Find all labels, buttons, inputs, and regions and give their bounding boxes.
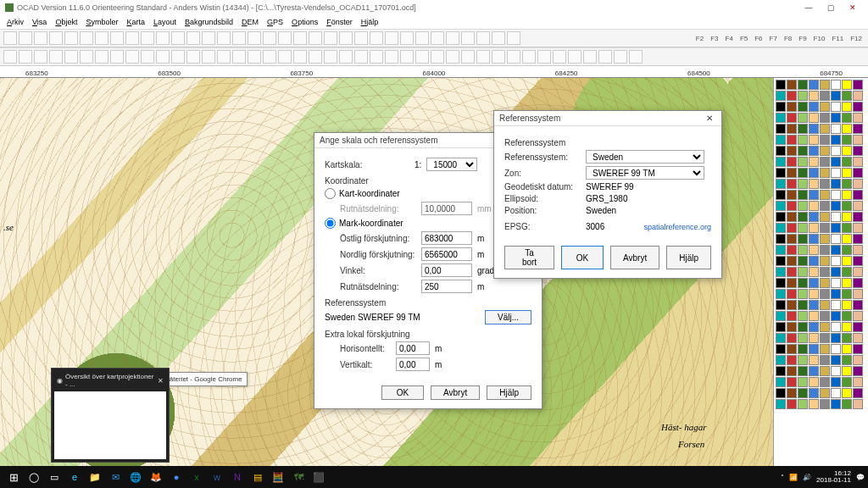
tool-btn-11[interactable] — [171, 31, 185, 45]
symbol-198[interactable] — [842, 344, 852, 354]
paper-coords-radio[interactable] — [325, 188, 336, 199]
symbol-139[interactable] — [809, 267, 819, 277]
symbol-178[interactable] — [798, 322, 808, 332]
tool2-btn-41[interactable] — [629, 50, 643, 64]
fkey-F9[interactable]: F9 — [796, 35, 809, 42]
symbol-226[interactable] — [798, 388, 808, 398]
symbol-8[interactable] — [776, 91, 786, 101]
tool-btn-23[interactable] — [354, 31, 368, 45]
menu-hjälp[interactable]: Hjälp — [358, 17, 382, 27]
symbol-191[interactable] — [853, 333, 863, 343]
taskbar-icon-7[interactable]: 🦊 — [147, 468, 165, 486]
symbol-10[interactable] — [798, 91, 808, 101]
tool-btn-7[interactable] — [110, 31, 124, 45]
symbol-1[interactable] — [787, 80, 797, 90]
symbol-224[interactable] — [776, 388, 786, 398]
tool2-btn-37[interactable] — [568, 50, 581, 64]
symbol-219[interactable] — [809, 377, 819, 387]
grid-paper-input[interactable] — [421, 202, 472, 215]
symbol-85[interactable] — [831, 190, 841, 200]
symbol-97[interactable] — [787, 212, 797, 222]
symbol-109[interactable] — [831, 223, 841, 233]
symbol-165[interactable] — [831, 300, 841, 310]
symbol-11[interactable] — [809, 91, 819, 101]
tool2-btn-6[interactable] — [95, 50, 108, 64]
symbol-120[interactable] — [776, 245, 786, 255]
tool-btn-20[interactable] — [309, 31, 322, 45]
dlg2-cancel-button[interactable]: Avbryt — [610, 246, 659, 269]
tool2-btn-38[interactable] — [583, 50, 597, 64]
symbol-18[interactable] — [798, 102, 808, 112]
symbol-170[interactable] — [798, 311, 808, 321]
symbol-2[interactable] — [798, 80, 808, 90]
symbol-58[interactable] — [798, 157, 808, 167]
symbol-233[interactable] — [787, 399, 797, 409]
symbol-184[interactable] — [776, 333, 786, 343]
symbol-5[interactable] — [831, 80, 841, 90]
symbol-46[interactable] — [842, 135, 852, 145]
symbol-43[interactable] — [809, 135, 819, 145]
tool-btn-9[interactable] — [141, 31, 154, 45]
symbol-26[interactable] — [798, 113, 808, 123]
symbol-80[interactable] — [776, 190, 786, 200]
symbol-140[interactable] — [820, 267, 830, 277]
symbol-59[interactable] — [809, 157, 819, 167]
symbol-82[interactable] — [798, 190, 808, 200]
symbol-135[interactable] — [853, 256, 863, 266]
tool2-btn-31[interactable] — [476, 50, 490, 64]
symbol-32[interactable] — [776, 124, 786, 134]
symbol-223[interactable] — [853, 377, 863, 387]
symbol-74[interactable] — [798, 179, 808, 189]
tool2-btn-13[interactable] — [202, 50, 215, 64]
symbol-167[interactable] — [853, 300, 863, 310]
symbol-155[interactable] — [809, 289, 819, 299]
symbol-231[interactable] — [853, 388, 863, 398]
symbol-121[interactable] — [787, 245, 797, 255]
fkey-F3[interactable]: F3 — [708, 35, 721, 42]
symbol-182[interactable] — [842, 322, 852, 332]
symbol-93[interactable] — [831, 201, 841, 211]
tool-btn-28[interactable] — [431, 31, 444, 45]
symbol-237[interactable] — [831, 399, 841, 409]
symbol-153[interactable] — [787, 289, 797, 299]
menu-fönster[interactable]: Fönster — [323, 17, 356, 27]
symbol-150[interactable] — [842, 278, 852, 288]
symbol-113[interactable] — [787, 234, 797, 244]
tool2-btn-19[interactable] — [293, 50, 307, 64]
symbol-48[interactable] — [776, 146, 786, 156]
tool2-btn-18[interactable] — [278, 50, 292, 64]
symbol-212[interactable] — [820, 366, 830, 376]
symbol-35[interactable] — [809, 124, 819, 134]
symbol-158[interactable] — [842, 289, 852, 299]
symbol-99[interactable] — [809, 212, 819, 222]
browser-thumbnail[interactable]: ◉Översikt över kartprojektioner - ...✕ — [51, 368, 170, 463]
menu-karta[interactable]: Karta — [123, 17, 148, 27]
symbol-55[interactable] — [853, 146, 863, 156]
symbol-67[interactable] — [809, 168, 819, 178]
tool2-btn-25[interactable] — [385, 50, 398, 64]
symbol-137[interactable] — [787, 267, 797, 277]
symbol-211[interactable] — [809, 366, 819, 376]
symbol-117[interactable] — [831, 234, 841, 244]
fkey-F12[interactable]: F12 — [848, 35, 865, 42]
symbol-162[interactable] — [798, 300, 808, 310]
symbol-197[interactable] — [831, 344, 841, 354]
north-input[interactable] — [421, 247, 472, 261]
tool-btn-2[interactable] — [34, 31, 47, 45]
symbol-9[interactable] — [787, 91, 797, 101]
symbol-34[interactable] — [798, 124, 808, 134]
tool2-btn-10[interactable] — [156, 50, 170, 64]
symbol-161[interactable] — [787, 300, 797, 310]
tool2-btn-9[interactable] — [141, 50, 154, 64]
symbol-3[interactable] — [809, 80, 819, 90]
tool-btn-12[interactable] — [186, 31, 200, 45]
symbol-14[interactable] — [842, 91, 852, 101]
tool2-btn-12[interactable] — [186, 50, 200, 64]
menu-bakgrundsbild[interactable]: Bakgrundsbild — [181, 17, 236, 27]
symbol-96[interactable] — [776, 212, 786, 222]
symbol-4[interactable] — [820, 80, 830, 90]
tool-btn-5[interactable] — [80, 31, 93, 45]
symbol-203[interactable] — [809, 355, 819, 365]
symbol-151[interactable] — [853, 278, 863, 288]
symbol-234[interactable] — [798, 399, 808, 409]
